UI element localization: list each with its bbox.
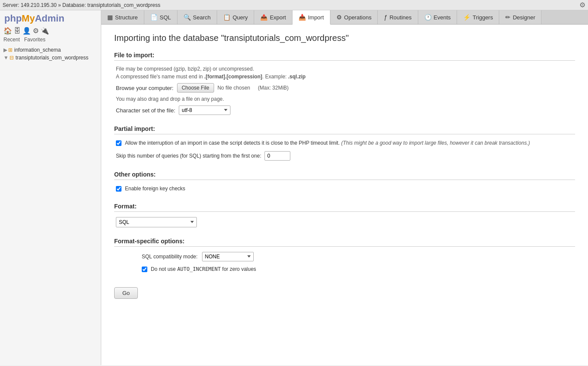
section-file-title: File to import: xyxy=(114,52,575,61)
tab-query-label: Query xyxy=(233,14,248,21)
section-other-content: Enable foreign key checks xyxy=(114,185,575,192)
sidebar-item-information-schema[interactable]: ▶ ⊞ information_schema xyxy=(0,46,101,54)
section-partial-content: Allow the interruption of an import in c… xyxy=(114,140,575,161)
tab-triggers[interactable]: ⚡ Triggers xyxy=(457,10,499,24)
logo-my: My xyxy=(22,13,35,24)
recent-link[interactable]: Recent xyxy=(3,37,20,43)
go-button[interactable]: Go xyxy=(114,287,138,299)
tab-import[interactable]: 📥 Import xyxy=(292,10,330,25)
tab-operations[interactable]: ⚙ Operations xyxy=(330,10,378,24)
drag-drop-text: You may also drag and drop a file on any… xyxy=(116,96,575,102)
max-size-text: (Max: 32MiB) xyxy=(258,85,289,91)
file-info-example: .sql.zip xyxy=(288,74,306,80)
db-icon[interactable]: 🗄 xyxy=(14,27,21,35)
page-content: Importing into the database "transiptuto… xyxy=(101,25,588,365)
file-browse-row: Browse your computer: Choose File No fil… xyxy=(116,83,575,93)
tab-query[interactable]: 📋 Query xyxy=(217,10,254,24)
file-info-bold: .[format].[compression] xyxy=(204,74,262,80)
charset-label: Character set of the file: xyxy=(116,107,175,114)
tree-toggle-trans[interactable]: ▼ xyxy=(3,55,9,61)
tab-export-label: Export xyxy=(270,14,286,21)
query-icon: 📋 xyxy=(223,14,230,21)
settings-icon[interactable]: ⚙ xyxy=(33,27,39,35)
db-icon-info: ⊞ xyxy=(8,47,12,53)
user-icon[interactable]: 👤 xyxy=(22,27,31,35)
sidebar-item-transiptutorials[interactable]: ▼ ⊟ transiptutorials_com_wordpress xyxy=(0,54,101,62)
logo-admin: Admin xyxy=(35,13,64,24)
logo: phpMyAdmin xyxy=(4,13,96,24)
sidebar-tree: ▶ ⊞ information_schema ▼ ⊟ transiptutori… xyxy=(0,44,101,63)
designer-icon: ✏ xyxy=(505,14,510,21)
foreign-key-row: Enable foreign key checks xyxy=(116,185,575,192)
tab-events-label: Events xyxy=(434,14,451,21)
tab-search[interactable]: 🔍 Search xyxy=(177,10,217,24)
section-format-content: SQL CSV CSV using LOAD DATA MediaWiki Ta… xyxy=(114,217,575,227)
section-format-title: Format: xyxy=(114,203,575,212)
auto-increment-code: AUTO_INCREMENT xyxy=(177,266,221,272)
section-format-specific-content: SQL compatibility mode: NONE ANSI DB2 MA… xyxy=(114,252,575,273)
tab-operations-label: Operations xyxy=(344,14,372,21)
file-info-prefix: A compressed file's name must end in xyxy=(116,74,204,80)
tab-routines-label: Routines xyxy=(389,14,411,21)
compat-row: SQL compatibility mode: NONE ANSI DB2 MA… xyxy=(116,252,575,261)
tab-sql-label: SQL xyxy=(160,14,171,21)
sidebar-logo: phpMyAdmin xyxy=(0,10,101,26)
foreign-key-checkbox[interactable] xyxy=(116,186,121,192)
skip-row: Skip this number of queries (for SQL) st… xyxy=(116,151,575,161)
section-format-specific-title: Format-specific options: xyxy=(114,238,575,247)
auto-increment-row: Do not use AUTO_INCREMENT for zero value… xyxy=(116,266,575,273)
page-title: Importing into the database "transiptuto… xyxy=(114,33,575,43)
file-info-suffix: . Example: xyxy=(262,74,288,80)
sidebar-links: Recent Favorites xyxy=(0,36,101,44)
tree-toggle-info[interactable]: ▶ xyxy=(3,47,7,53)
section-other-title: Other options: xyxy=(114,171,575,180)
auto-increment-checkbox[interactable] xyxy=(142,267,147,272)
server-info: Server: 149.210.195.30 » Database: trans… xyxy=(3,2,579,8)
logo-php: php xyxy=(4,13,22,24)
sql-icon: 📄 xyxy=(150,14,158,21)
auto-increment-label: Do not use AUTO_INCREMENT for zero value… xyxy=(151,266,256,273)
db-label-info: information_schema xyxy=(14,47,61,53)
tab-designer[interactable]: ✏ Designer xyxy=(499,10,541,24)
section-format: Format: SQL CSV CSV using LOAD DATA Medi… xyxy=(114,203,575,227)
home-icon[interactable]: 🏠 xyxy=(3,27,12,35)
db-label-trans: transiptutorials_com_wordpress xyxy=(16,55,88,61)
top-bar: Server: 149.210.195.30 » Database: trans… xyxy=(0,0,588,10)
section-file-content: File may be compressed (gzip, bzip2, zip… xyxy=(114,66,575,115)
sidebar: phpMyAdmin 🏠 🗄 👤 ⚙ 🔌 Recent Favorites ▶ … xyxy=(0,10,101,365)
tab-structure[interactable]: ▦ Structure xyxy=(101,10,144,24)
charset-select[interactable]: utf-8 utf-16 latin1 ascii xyxy=(179,105,230,115)
foreign-key-label: Enable foreign key checks xyxy=(125,185,185,192)
tab-routines[interactable]: ƒ Routines xyxy=(378,10,418,24)
section-file-to-import: File to import: File may be compressed (… xyxy=(114,52,575,115)
tab-export[interactable]: 📤 Export xyxy=(254,10,292,24)
section-partial-import: Partial import: Allow the interruption o… xyxy=(114,125,575,161)
tab-designer-label: Designer xyxy=(513,14,535,21)
export-icon: 📤 xyxy=(260,14,268,21)
format-select[interactable]: SQL CSV CSV using LOAD DATA MediaWiki Ta… xyxy=(116,217,197,227)
tab-search-label: Search xyxy=(193,14,211,21)
plugin-icon[interactable]: 🔌 xyxy=(40,27,49,35)
operations-icon: ⚙ xyxy=(336,14,342,21)
gear-icon[interactable]: ⚙ xyxy=(579,1,585,9)
browse-label: Browse your computer: xyxy=(116,85,174,91)
db-icon-trans: ⊟ xyxy=(9,55,14,61)
events-icon: 🕐 xyxy=(424,14,432,21)
interrupt-label: Allow the interruption of an import in c… xyxy=(125,140,530,147)
choose-file-button[interactable]: Choose File xyxy=(177,83,214,93)
compat-select[interactable]: NONE ANSI DB2 MAXDB MYSQL323 MYSQL40 MSS… xyxy=(202,252,254,261)
section-other-options: Other options: Enable foreign key checks xyxy=(114,171,575,192)
search-tab-icon: 🔍 xyxy=(184,14,191,21)
favorites-link[interactable]: Favorites xyxy=(24,37,45,43)
section-format-specific: Format-specific options: SQL compatibili… xyxy=(114,238,575,273)
skip-input[interactable] xyxy=(264,151,290,161)
compat-label: SQL compatibility mode: xyxy=(142,254,198,260)
structure-icon: ▦ xyxy=(107,14,113,21)
tab-triggers-label: Triggers xyxy=(473,14,493,21)
tab-sql[interactable]: 📄 SQL xyxy=(144,10,177,24)
file-info-line1: File may be compressed (gzip, bzip2, zip… xyxy=(116,66,575,72)
interrupt-checkbox[interactable] xyxy=(116,140,121,146)
tab-events[interactable]: 🕐 Events xyxy=(418,10,457,24)
no-file-text: No file chosen xyxy=(218,85,250,91)
routines-icon: ƒ xyxy=(384,14,387,21)
